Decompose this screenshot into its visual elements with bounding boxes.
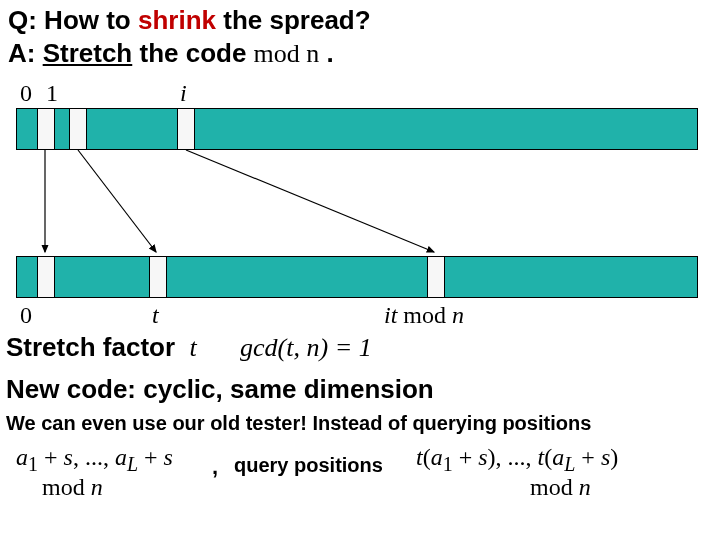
stretch-factor-label: Stretch factor: [6, 332, 175, 362]
seg-top-i: [177, 109, 195, 149]
answer-line: A: Stretch the code mod n .: [8, 37, 371, 71]
stretch-factor-line: Stretch factor t gcd(t, n) = 1: [6, 332, 372, 363]
seg-bot-1: [37, 257, 55, 297]
a-prefix: A:: [8, 38, 43, 68]
qa-block: Q: How to shrink the spread? A: Stretch …: [8, 4, 371, 70]
question-line: Q: How to shrink the spread?: [8, 4, 371, 37]
gcd-expr: gcd(t, n) = 1: [240, 333, 372, 362]
query-positions-label: query positions: [234, 454, 383, 477]
seg-bot-2: [149, 257, 167, 297]
expr-original: a1 + s, ..., aL + s: [16, 444, 173, 476]
a-mid: the code: [132, 38, 253, 68]
tester-line: We can even use our old tester! Instead …: [6, 412, 591, 435]
stretch-word: Stretch: [43, 38, 133, 68]
modn: mod n: [254, 39, 320, 68]
label-top-1: 1: [46, 80, 58, 107]
label-top-i: i: [180, 80, 187, 107]
label-bot-itmodn: it mod n: [384, 302, 464, 329]
q-suffix: the spread?: [216, 5, 371, 35]
stretch-factor-t: t: [190, 333, 197, 362]
a-end: .: [319, 38, 333, 68]
new-code-line: New code: cyclic, same dimension: [6, 374, 434, 405]
bar-top: [16, 108, 698, 150]
svg-line-1: [78, 150, 156, 252]
expr-new-modn: mod n: [530, 474, 591, 501]
q-prefix: Q: How to: [8, 5, 138, 35]
bar-bottom: [16, 256, 698, 298]
label-bot-0: 0: [20, 302, 32, 329]
comma: ,: [212, 454, 218, 480]
expr-original-modn: mod n: [42, 474, 103, 501]
seg-bot-i: [427, 257, 445, 297]
svg-line-2: [186, 150, 434, 252]
shrink-word: shrink: [138, 5, 216, 35]
label-bot-t: t: [152, 302, 159, 329]
seg-top-1: [37, 109, 55, 149]
seg-top-2: [69, 109, 87, 149]
expr-new: t(a1 + s), ..., t(aL + s): [416, 444, 618, 476]
label-top-0: 0: [20, 80, 32, 107]
bottom-row: a1 + s, ..., aL + s mod n , query positi…: [0, 444, 720, 524]
